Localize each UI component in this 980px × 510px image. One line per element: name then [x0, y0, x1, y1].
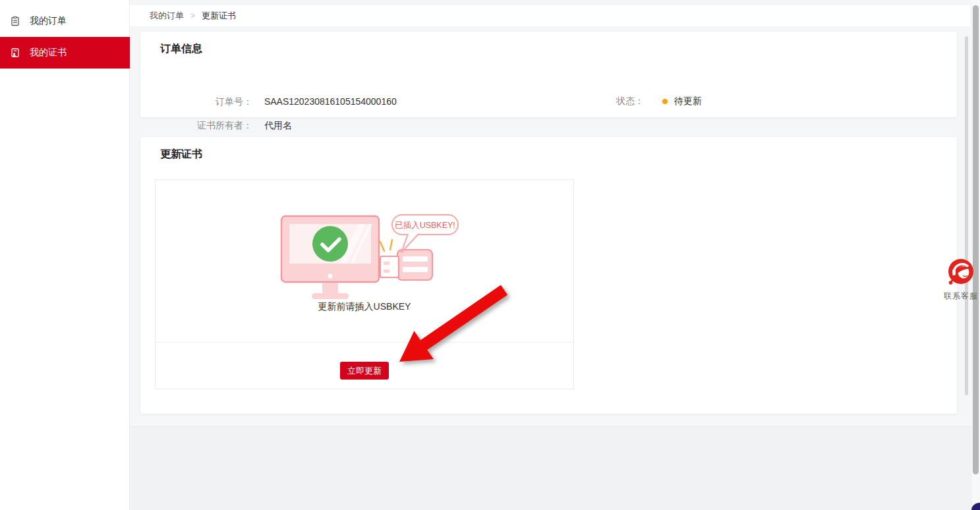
- certificate-owner-value: 代用名: [264, 120, 292, 130]
- usbkey-illustration: 已插入USBKEY!: [272, 210, 466, 302]
- status-badge: 待更新: [674, 96, 702, 107]
- certificate-icon: [10, 47, 20, 58]
- order-number-value: SAAS120230816105154000160: [264, 96, 397, 107]
- usbkey-panel: 已插入USBKEY! 更新前请插入USBKEY 立即更新: [155, 179, 574, 389]
- update-certificate-card: 更新证书: [140, 137, 957, 414]
- order-number-row: 订单号： SAAS120230816105154000160: [150, 95, 397, 108]
- status-row: 状态： 待更新: [616, 95, 702, 108]
- certificate-owner-label: 证书所有者：: [150, 119, 252, 132]
- order-info-card: 订单信息 订单号： SAAS120230816105154000160 状态： …: [140, 32, 957, 117]
- content-lower-background: [130, 426, 980, 510]
- order-number-label: 订单号：: [150, 95, 252, 108]
- speech-bubble-text: 已插入USBKEY!: [395, 221, 455, 230]
- status-dot-icon: [662, 99, 668, 104]
- sparkle-icon: [380, 242, 384, 251]
- breadcrumb-item-current: 更新证书: [202, 10, 236, 22]
- update-certificate-title: 更新证书: [160, 148, 202, 161]
- outer-scrollbar-track[interactable]: [972, 0, 980, 510]
- usbkey-caption: 更新前请插入USBKEY: [156, 301, 573, 313]
- status-label: 状态：: [616, 96, 644, 107]
- outer-scrollbar-thumb[interactable]: [973, 5, 979, 474]
- page: 我的订单 我的证书 我的订单 > 更新证书 订单信息 订单号： SAAS1202: [0, 0, 980, 510]
- sidebar-item-label: 我的订单: [30, 15, 67, 27]
- breadcrumb-item-my-orders[interactable]: 我的订单: [150, 10, 184, 22]
- sidebar-item-my-orders[interactable]: 我的订单: [0, 6, 130, 36]
- sidebar-item-label: 我的证书: [30, 47, 67, 59]
- contact-service-label: 联系客服: [944, 291, 978, 302]
- order-info-title: 订单信息: [160, 42, 202, 56]
- update-footer: 立即更新: [156, 342, 573, 389]
- sidebar-item-my-certificates[interactable]: 我的证书: [0, 37, 130, 69]
- success-check-icon: [312, 226, 348, 262]
- certificate-owner-row: 证书所有者： 代用名: [150, 119, 292, 132]
- breadcrumb-separator-icon: >: [190, 11, 195, 20]
- update-now-button[interactable]: 立即更新: [340, 362, 389, 380]
- contact-service-widget[interactable]: 联系客服: [944, 258, 978, 302]
- orders-icon: [10, 16, 20, 26]
- usbkey-body: [397, 250, 432, 280]
- inner-scrollbar-thumb[interactable]: [965, 36, 968, 395]
- customer-service-icon: [947, 258, 975, 286]
- breadcrumb: 我的订单 > 更新证书: [130, 5, 970, 26]
- sidebar: 我的订单 我的证书: [0, 0, 130, 510]
